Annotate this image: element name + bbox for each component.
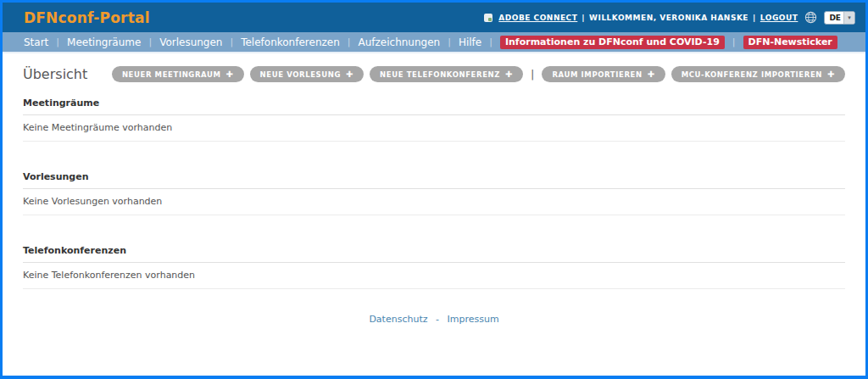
top-header-bar: DFNconf-Portal ADOBE CONNECT | WILLKOMME… — [3, 3, 865, 32]
header-separator: | — [581, 14, 585, 22]
import-room-button[interactable]: RAUM IMPORTIEREN ✚ — [542, 66, 665, 82]
toolbar-separator: | — [531, 68, 534, 81]
toolbar: NEUER MEETINGRAUM ✚ NEUE VORLESUNG ✚ NEU… — [112, 66, 845, 82]
section-telefonkonferenzen: Telefonkonferenzen Keine Telefonkonferen… — [23, 240, 845, 289]
new-lecture-button[interactable]: NEUE VORLESUNG ✚ — [250, 66, 364, 82]
button-label: NEUER MEETINGRAUM — [122, 70, 221, 79]
section-empty-message: Keine Meetingräume vorhanden — [23, 115, 845, 142]
nav-item-vorlesungen[interactable]: Vorlesungen — [159, 36, 222, 48]
button-label: NEUE TELEFONKONFERENZ — [380, 70, 500, 79]
app-title: DFNconf-Portal — [24, 9, 150, 26]
import-mcu-conference-button[interactable]: MCU-KONFERENZ IMPORTIEREN ✚ — [671, 66, 845, 82]
nav-item-hilfe[interactable]: Hilfe — [459, 36, 481, 48]
impressum-link[interactable]: Impressum — [447, 314, 498, 325]
datenschutz-link[interactable]: Datenschutz — [369, 314, 427, 325]
adobe-connect-icon — [484, 14, 492, 22]
button-label: NEUE VORLESUNG — [260, 70, 342, 79]
logout-link[interactable]: LOGOUT — [760, 14, 798, 22]
section-title: Meetingräume — [23, 92, 845, 115]
header-separator: | — [753, 14, 756, 22]
dfn-newsticker-badge[interactable]: DFN-Newsticker — [743, 36, 837, 49]
plus-icon: ✚ — [346, 70, 353, 79]
section-meetingraeume: Meetingräume Keine Meetingräume vorhande… — [23, 92, 845, 142]
plus-icon: ✚ — [226, 70, 234, 79]
language-selected-value: DE — [825, 14, 843, 22]
nav-item-start[interactable]: Start — [24, 36, 48, 48]
plus-icon: ✚ — [648, 70, 655, 79]
welcome-user-label: WILLKOMMEN, VERONIKA HANSKE — [589, 14, 748, 22]
section-vorlesungen: Vorlesungen Keine Vorlesungen vorhanden — [23, 166, 845, 215]
section-title: Vorlesungen — [23, 166, 845, 189]
plus-icon: ✚ — [505, 70, 513, 79]
nav-item-meetingraeume[interactable]: Meetingräume — [67, 36, 141, 48]
main-content: Übersicht NEUER MEETINGRAUM ✚ NEUE VORLE… — [3, 53, 865, 325]
adobe-connect-link[interactable]: ADOBE CONNECT — [498, 14, 577, 22]
section-empty-message: Keine Vorlesungen vorhanden — [23, 189, 845, 215]
nav-item-telefonkonferenzen[interactable]: Telefonkonferenzen — [241, 36, 340, 48]
nav-separator: | — [732, 36, 736, 47]
new-phone-conference-button[interactable]: NEUE TELEFONKONFERENZ ✚ — [370, 66, 523, 82]
plus-icon: ✚ — [827, 70, 835, 79]
covid-info-badge[interactable]: Informationen zu DFNconf und COVID-19 — [500, 36, 725, 49]
chevron-down-icon: ▾ — [843, 12, 854, 24]
button-label: MCU-KONFERENZ IMPORTIEREN — [682, 70, 822, 79]
language-select[interactable]: DE ▾ — [824, 11, 855, 25]
new-meetingroom-button[interactable]: NEUER MEETINGRAUM ✚ — [112, 66, 244, 82]
globe-icon — [804, 11, 817, 24]
section-title: Telefonkonferenzen — [23, 240, 845, 263]
header-user-links: ADOBE CONNECT | WILLKOMMEN, VERONIKA HAN… — [484, 14, 798, 22]
page-footer: Datenschutz - Impressum — [23, 314, 845, 325]
section-empty-message: Keine Telefonkonferenzen vorhanden — [23, 263, 845, 289]
nav-separator: | — [448, 36, 451, 47]
nav-item-aufzeichnungen[interactable]: Aufzeichnungen — [359, 36, 441, 48]
page-title: Übersicht — [23, 66, 87, 82]
nav-separator: | — [489, 36, 492, 47]
button-label: RAUM IMPORTIEREN — [552, 70, 642, 79]
nav-separator: | — [56, 36, 59, 47]
nav-separator: | — [348, 36, 351, 47]
footer-separator: - — [436, 314, 439, 325]
main-navigation: Start | Meetingräume | Vorlesungen | Tel… — [3, 32, 865, 53]
nav-separator: | — [148, 36, 152, 47]
nav-separator: | — [230, 36, 233, 47]
